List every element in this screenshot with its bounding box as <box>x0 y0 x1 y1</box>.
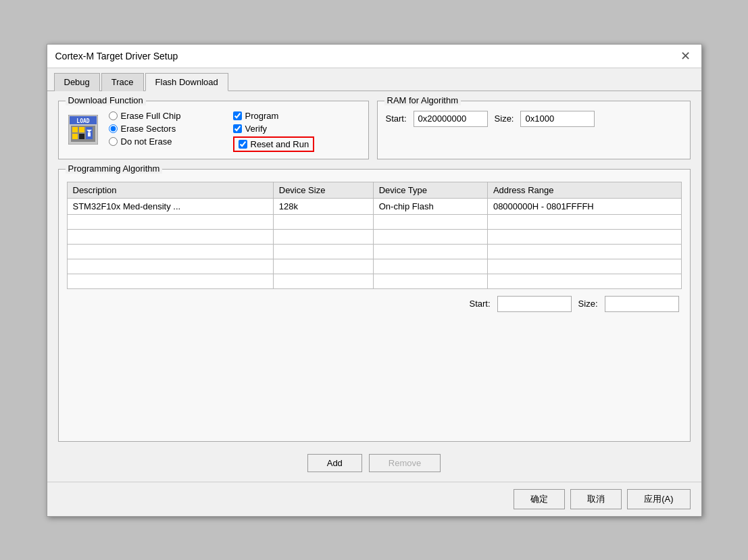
table-row[interactable]: STM32F10x Med-density ... 128k On-chip F… <box>67 198 681 214</box>
radio-erase-full-chip-label: Erase Full Chip <box>121 111 181 121</box>
dialog-footer: 确定 取消 应用(A) <box>47 482 701 516</box>
svg-rect-4 <box>72 127 78 132</box>
ram-section: RAM for Algorithm Start: Size: <box>377 101 691 159</box>
ram-legend: RAM for Algorithm <box>384 95 461 105</box>
checkbox-verify-label: Verify <box>245 124 268 134</box>
algo-size-label: Size: <box>578 299 598 309</box>
col-device-size: Device Size <box>273 182 373 198</box>
algo-size-input[interactable] <box>605 296 679 312</box>
empty-row-2 <box>67 229 681 244</box>
algorithm-table: Description Device Size Device Type Addr… <box>67 182 682 289</box>
checkbox-reset-and-run[interactable]: Reset and Run <box>233 136 315 152</box>
radio-options: Erase Full Chip Erase Sectors Do not Era… <box>109 111 217 147</box>
checkbox-options: Program Verify Reset and Run <box>233 111 315 152</box>
radio-do-not-erase-input[interactable] <box>109 137 118 146</box>
download-function-section: Download Function LOAD <box>58 101 369 159</box>
svg-rect-6 <box>72 134 78 139</box>
tab-flash-download[interactable]: Flash Download <box>145 73 228 91</box>
ram-row: Start: Size: <box>386 111 682 127</box>
dialog-body: Download Function LOAD <box>47 91 701 482</box>
svg-rect-7 <box>79 134 84 139</box>
svg-rect-5 <box>79 127 84 132</box>
radio-erase-sectors[interactable]: Erase Sectors <box>109 124 217 134</box>
col-address-range: Address Range <box>487 182 681 198</box>
checkbox-program-input[interactable] <box>233 111 242 120</box>
tab-debug[interactable]: Debug <box>54 73 100 91</box>
checkbox-program[interactable]: Program <box>233 111 315 121</box>
tab-bar: Debug Trace Flash Download <box>47 68 701 91</box>
cell-device-size: 128k <box>273 198 373 214</box>
svg-text:LOAD: LOAD <box>76 118 89 124</box>
algo-start-label: Start: <box>470 299 491 309</box>
tab-trace[interactable]: Trace <box>101 73 144 91</box>
action-buttons: Add Remove <box>58 454 691 472</box>
checkbox-reset-and-run-input[interactable] <box>239 140 247 149</box>
remove-button[interactable]: Remove <box>369 454 441 472</box>
ok-button[interactable]: 确定 <box>514 489 565 509</box>
empty-row-5 <box>67 274 681 288</box>
ram-size-label: Size: <box>495 113 514 124</box>
algorithm-bottom: Start: Size: <box>67 296 682 312</box>
algo-start-input[interactable] <box>497 296 572 312</box>
radio-erase-sectors-input[interactable] <box>109 124 118 133</box>
radio-do-not-erase-label: Do not Erase <box>121 136 172 147</box>
ram-size-input[interactable] <box>520 111 595 127</box>
checkbox-verify[interactable]: Verify <box>233 124 315 134</box>
col-description: Description <box>67 182 273 198</box>
radio-erase-full-chip-input[interactable] <box>109 111 118 120</box>
download-function-legend: Download Function <box>66 95 146 105</box>
empty-row-4 <box>67 259 681 274</box>
ram-start-input[interactable] <box>414 111 488 127</box>
ram-content: Start: Size: <box>386 111 682 127</box>
svg-rect-10 <box>88 132 91 136</box>
cell-address-range: 08000000H - 0801FFFFH <box>487 198 681 214</box>
top-sections: Download Function LOAD <box>58 101 691 159</box>
add-button[interactable]: Add <box>307 454 362 472</box>
programming-algorithm-section: Programming Algorithm Description Device… <box>58 169 691 442</box>
main-dialog: Cortex-M Target Driver Setup ✕ Debug Tra… <box>47 44 702 517</box>
radio-do-not-erase[interactable]: Do not Erase <box>109 136 217 147</box>
radio-erase-sectors-label: Erase Sectors <box>121 124 176 134</box>
empty-row-3 <box>67 244 681 259</box>
load-icon: LOAD <box>67 113 99 146</box>
empty-row-1 <box>67 214 681 229</box>
download-function-content: LOAD <box>67 111 360 152</box>
checkbox-reset-and-run-label: Reset and Run <box>251 139 309 149</box>
radio-erase-full-chip[interactable]: Erase Full Chip <box>109 111 217 121</box>
cancel-button[interactable]: 取消 <box>570 489 622 509</box>
ram-start-label: Start: <box>386 113 407 124</box>
close-button[interactable]: ✕ <box>678 50 693 62</box>
title-bar: Cortex-M Target Driver Setup ✕ <box>47 45 701 68</box>
col-device-type: Device Type <box>373 182 487 198</box>
checkbox-program-label: Program <box>245 111 279 121</box>
dialog-title: Cortex-M Target Driver Setup <box>55 51 178 61</box>
load-icon-svg: LOAD <box>68 115 98 145</box>
checkbox-verify-input[interactable] <box>233 124 242 133</box>
cell-description: STM32F10x Med-density ... <box>67 198 273 214</box>
cell-device-type: On-chip Flash <box>373 198 487 214</box>
programming-algorithm-legend: Programming Algorithm <box>66 163 163 174</box>
apply-button[interactable]: 应用(A) <box>627 489 690 509</box>
